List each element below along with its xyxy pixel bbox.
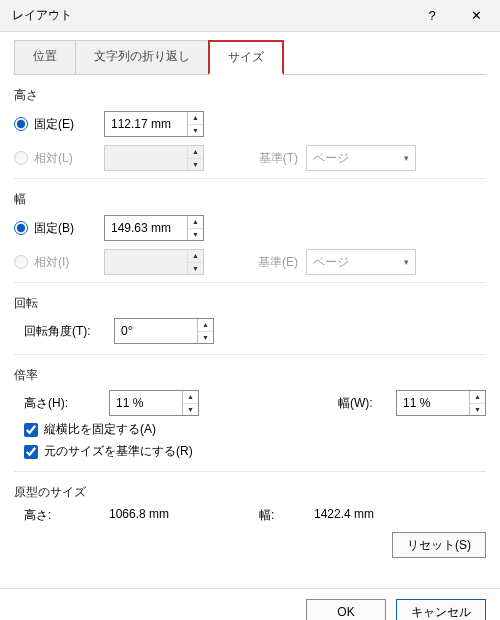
height-relative-radio[interactable]: 相対(L) [14,150,104,167]
spin-down-icon[interactable]: ▼ [198,332,213,344]
section-scale-title: 倍率 [14,367,486,384]
reset-button[interactable]: リセット(S) [392,532,486,558]
cancel-button[interactable]: キャンセル [396,599,486,620]
spin-up-icon: ▲ [188,146,203,159]
dialog-content: 位置 文字列の折り返し サイズ 高さ 固定(E) 112.17 mm ▲ ▼ [0,32,500,588]
width-ref-value: ページ [307,254,397,271]
close-button[interactable] [454,1,498,31]
width-fixed-value[interactable]: 149.63 mm [105,216,187,240]
section-rotation-title: 回転 [14,295,486,312]
height-fixed-radio[interactable]: 固定(E) [14,116,104,133]
height-fixed-radio-input[interactable] [14,117,28,131]
original-width-value: 1422.4 mm [314,507,374,524]
titlebar: レイアウト [0,0,500,32]
relative-original-label: 元のサイズを基準にする(R) [44,443,193,460]
scale-row: 高さ(H): 11 % ▲ ▼ 幅(W): 11 % ▲ ▼ [24,390,486,416]
scale-height-label: 高さ(H): [24,395,109,412]
width-relative-radio-input [14,255,28,269]
rotation-value[interactable]: 0° [115,319,197,343]
spin-up-icon[interactable]: ▲ [188,216,203,229]
chevron-down-icon: ▾ [397,153,415,163]
section-height-title: 高さ [14,87,486,104]
help-button[interactable] [410,1,454,31]
chevron-down-icon: ▾ [397,257,415,267]
spin-down-icon[interactable]: ▼ [188,125,203,137]
rotation-row: 回転角度(T): 0° ▲ ▼ [24,318,486,344]
scale-width-label: 幅(W): [338,395,396,412]
tab-size[interactable]: サイズ [208,40,284,75]
original-row: 高さ: 1066.8 mm 幅: 1422.4 mm [24,507,486,524]
footer-buttons: OK キャンセル [0,588,500,620]
height-fixed-label: 固定(E) [34,116,74,133]
close-icon [471,8,482,23]
original-width-label: 幅: [259,507,314,524]
height-fixed-spinbox[interactable]: 112.17 mm ▲ ▼ [104,111,204,137]
reset-row: リセット(S) [14,532,486,558]
scale-width-spinbox[interactable]: 11 % ▲ ▼ [396,390,486,416]
help-icon [428,8,435,23]
width-relative-radio[interactable]: 相対(I) [14,254,104,271]
scale-height-value[interactable]: 11 % [110,391,182,415]
spin-down-icon[interactable]: ▼ [188,229,203,241]
tab-bar: 位置 文字列の折り返し サイズ [14,40,486,75]
section-original: 原型のサイズ 高さ: 1066.8 mm 幅: 1422.4 mm リセット(S… [14,480,486,568]
spin-up-icon[interactable]: ▲ [198,319,213,332]
height-radio-group: 固定(E) 112.17 mm ▲ ▼ 相対(L) [14,110,486,172]
rotation-angle-label: 回転角度(T): [24,323,114,340]
section-height: 高さ 固定(E) 112.17 mm ▲ ▼ 相対(L) [14,83,486,179]
width-fixed-radio[interactable]: 固定(B) [14,220,104,237]
tab-position[interactable]: 位置 [14,40,76,74]
spin-up-icon: ▲ [188,250,203,263]
width-radio-group: 固定(B) 149.63 mm ▲ ▼ 相対(I) [14,214,486,276]
section-scale: 倍率 高さ(H): 11 % ▲ ▼ 幅(W): 11 % ▲ ▼ [14,363,486,472]
lock-aspect-row[interactable]: 縦横比を固定する(A) [24,421,486,438]
spin-down-icon: ▼ [188,263,203,275]
spin-down-icon[interactable]: ▼ [183,404,198,416]
width-relative-label: 相対(I) [34,254,69,271]
width-relative-spinbox: ▲ ▼ [104,249,204,275]
height-relative-spinbox: ▲ ▼ [104,145,204,171]
spin-up-icon[interactable]: ▲ [470,391,485,404]
section-width: 幅 固定(B) 149.63 mm ▲ ▼ 相対(I) [14,187,486,283]
width-ref-combo: ページ ▾ [306,249,416,275]
spin-up-icon[interactable]: ▲ [183,391,198,404]
height-relative-label: 相対(L) [34,150,73,167]
tab-textwrap[interactable]: 文字列の折り返し [75,40,209,74]
height-ref-value: ページ [307,150,397,167]
height-relative-value [105,146,187,170]
lock-aspect-label: 縦横比を固定する(A) [44,421,156,438]
spin-down-icon[interactable]: ▼ [470,404,485,416]
spin-up-icon[interactable]: ▲ [188,112,203,125]
scale-height-spinbox[interactable]: 11 % ▲ ▼ [109,390,199,416]
original-height-label: 高さ: [24,507,109,524]
relative-original-checkbox[interactable] [24,445,38,459]
lock-aspect-checkbox[interactable] [24,423,38,437]
width-fixed-label: 固定(B) [34,220,74,237]
section-original-title: 原型のサイズ [14,484,486,501]
height-ref-combo: ページ ▾ [306,145,416,171]
spin-down-icon: ▼ [188,159,203,171]
original-height-value: 1066.8 mm [109,507,259,524]
height-fixed-value[interactable]: 112.17 mm [105,112,187,136]
width-fixed-radio-input[interactable] [14,221,28,235]
height-ref-label: 基準(T) [244,150,298,167]
window-title: レイアウト [12,7,410,24]
height-relative-radio-input [14,151,28,165]
height-fixed-spinners: ▲ ▼ [187,112,203,136]
section-rotation: 回転 回転角度(T): 0° ▲ ▼ [14,291,486,355]
section-width-title: 幅 [14,191,486,208]
rotation-spinbox[interactable]: 0° ▲ ▼ [114,318,214,344]
width-fixed-spinbox[interactable]: 149.63 mm ▲ ▼ [104,215,204,241]
ok-button[interactable]: OK [306,599,386,620]
width-ref-label: 基準(E) [244,254,298,271]
width-relative-value [105,250,187,274]
relative-original-row[interactable]: 元のサイズを基準にする(R) [24,443,486,460]
scale-width-value[interactable]: 11 % [397,391,469,415]
